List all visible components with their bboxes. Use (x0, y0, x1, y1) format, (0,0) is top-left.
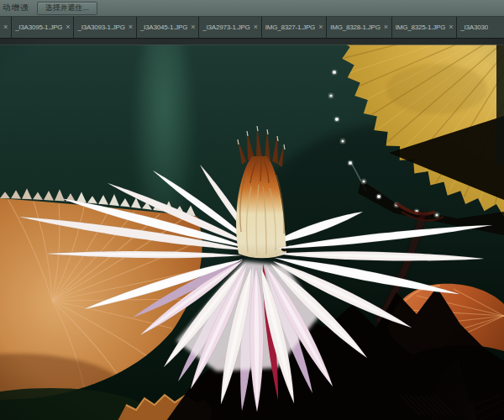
auto-enhance-label: 动增强 (3, 3, 29, 13)
document-tab[interactable]: IMG_8325-1.JPG× (392, 17, 458, 38)
document-tab[interactable]: IMG_8327-1.JPG× (262, 17, 328, 38)
close-icon[interactable]: × (3, 24, 8, 31)
document-tab-label: _I3A3093-1.JPG (77, 24, 124, 31)
select-and-mask-button[interactable]: 选择并遮住... (37, 2, 98, 15)
document-tab-bar: ×_I3A3095-1.JPG×_I3A3093-1.JPG×_I3A3045-… (0, 17, 504, 39)
document-tab-label: _I3A3095-1.JPG (15, 24, 62, 31)
tool-options-bar: 动增强 选择并遮住... (0, 0, 504, 17)
close-icon[interactable]: × (191, 24, 195, 31)
document-tab-partial[interactable]: × (0, 17, 12, 38)
document-tab-label: _I3A3045-1.JPG (140, 24, 187, 31)
vignette (0, 39, 504, 420)
document-tab-label: _I3A3030 (460, 24, 488, 31)
close-icon[interactable]: × (66, 24, 70, 31)
document-tab-label: IMG_8327-1.JPG (265, 24, 315, 31)
photo-editor-window: 动增强 选择并遮住... ×_I3A3095-1.JPG×_I3A3093-1.… (0, 0, 504, 420)
document-canvas[interactable] (0, 39, 504, 420)
close-icon[interactable]: × (449, 24, 453, 31)
document-tab-label: IMG_8328-1.JPG (330, 24, 380, 31)
document-tab[interactable]: _I3A3093-1.JPG× (74, 17, 136, 38)
close-icon[interactable]: × (318, 24, 323, 31)
document-tab[interactable]: _I3A3045-1.JPG× (137, 17, 199, 38)
close-icon[interactable]: × (254, 24, 258, 31)
document-tab-label: _I3A2973-1.JPG (202, 24, 249, 31)
document-tab[interactable]: _I3A3095-1.JPG× (12, 17, 74, 38)
document-tab-partial[interactable]: _I3A3030 (457, 17, 504, 38)
document-tab[interactable]: _I3A2973-1.JPG× (199, 17, 261, 38)
close-icon[interactable]: × (384, 24, 388, 31)
close-icon[interactable]: × (129, 24, 133, 31)
water-lily-photo (0, 39, 504, 420)
document-tab-label: IMG_8325-1.JPG (396, 24, 445, 31)
document-tab[interactable]: IMG_8328-1.JPG× (327, 17, 392, 38)
